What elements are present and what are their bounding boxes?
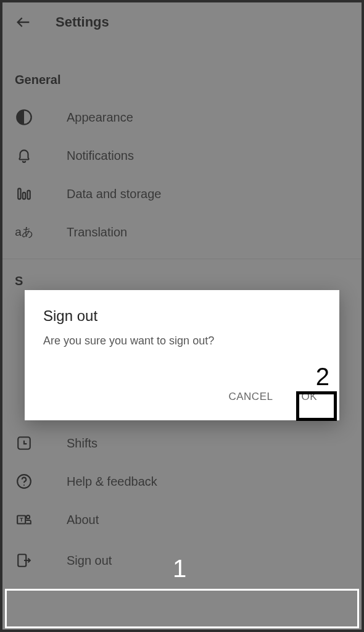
- dialog-actions: CANCEL OK: [43, 385, 321, 409]
- dialog-message: Are you sure you want to sign out?: [43, 335, 321, 347]
- ok-button[interactable]: OK: [297, 385, 321, 409]
- signout-dialog: Sign out Are you sure you want to sign o…: [25, 290, 339, 420]
- dialog-title: Sign out: [43, 307, 321, 325]
- cancel-button[interactable]: CANCEL: [225, 385, 276, 409]
